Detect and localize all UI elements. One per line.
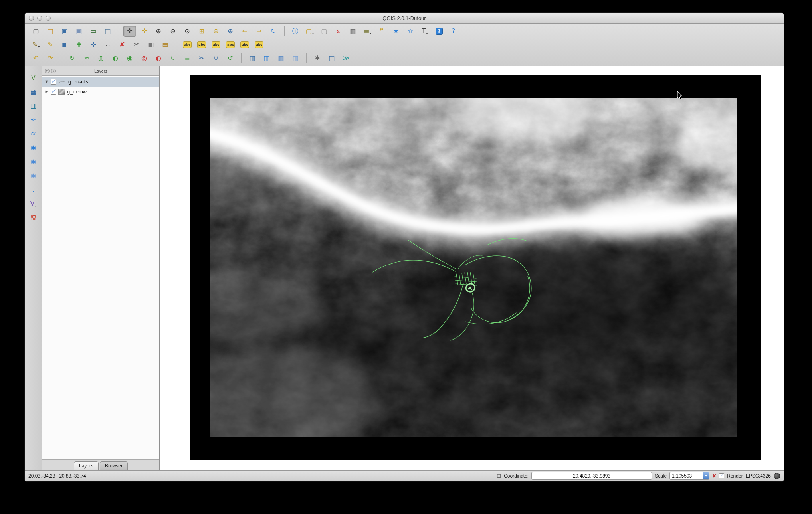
zoom-to-selection-button[interactable]: ⊕ (210, 26, 222, 37)
redo-button[interactable]: ↷ (44, 53, 57, 64)
open-attribute-table-button[interactable]: ▦ (347, 26, 359, 37)
field-calculator-button[interactable]: ε (332, 26, 345, 37)
full-histogram-stretch-button[interactable]: ▥ (260, 53, 273, 64)
layer-expander-icon[interactable]: ▼ (44, 80, 49, 83)
add-feature-button[interactable]: ✚ (73, 39, 85, 50)
new-shapefile-layer-dropdown-arrow[interactable]: ▾ (35, 204, 36, 210)
zoom-in-button[interactable]: ⊕ (152, 26, 165, 37)
save-layer-edits-button[interactable]: ▣ (58, 39, 71, 50)
move-label-button[interactable]: abc (224, 39, 237, 50)
scale-combo[interactable]: 1:105593 ▾ (669, 472, 709, 480)
simplify-feature-button[interactable]: ≈ (80, 53, 93, 64)
zoom-full-button[interactable]: ⊞ (195, 26, 208, 37)
merge-features-button[interactable]: ∪ (210, 53, 222, 64)
composer-manager-button[interactable]: ▤ (101, 26, 114, 37)
local-histogram-stretch-button[interactable]: ▥ (246, 53, 259, 64)
move-feature-button[interactable]: ✛ (87, 39, 100, 50)
tab-layers[interactable]: Layers (74, 461, 99, 470)
save-project-as-button[interactable]: ▣ (73, 26, 85, 37)
select-features-dropdown-arrow[interactable]: ▾ (312, 32, 314, 37)
tab-browser[interactable]: Browser (100, 461, 128, 470)
node-tool-button[interactable]: ∷ (101, 39, 114, 50)
reshape-features-button[interactable]: ∪ (166, 53, 179, 64)
delete-selected-button[interactable]: ✘ (116, 39, 129, 50)
layer-item-g_demw[interactable]: ▶✓g_demw (42, 87, 159, 97)
add-mssql-layer-button[interactable]: ≈ (27, 128, 40, 140)
python-console-button[interactable]: ≫ (340, 53, 353, 64)
current-edits-button[interactable]: ✎▾ (30, 39, 42, 50)
rotate-label-button[interactable]: abc (238, 39, 251, 50)
map-canvas[interactable] (160, 66, 784, 470)
minimize-button[interactable] (37, 16, 42, 21)
paste-features-button[interactable]: ▤ (159, 39, 172, 50)
copy-features-button[interactable]: ▣ (145, 39, 157, 50)
add-postgis-layer-button[interactable]: ▥ (27, 100, 40, 112)
tracking-icon[interactable]: ⊞ (497, 473, 501, 478)
cut-features-button[interactable]: ✂ (130, 39, 143, 50)
processing-toolbox-button[interactable]: ✱ (311, 53, 324, 64)
coordinate-input[interactable] (531, 472, 652, 480)
render-checkbox[interactable]: ✓ (719, 473, 724, 478)
new-shapefile-layer-button[interactable]: V▾ (27, 198, 40, 210)
zoom-last-button[interactable]: ← (238, 26, 251, 37)
zoom-button[interactable] (46, 16, 51, 21)
delete-part-button[interactable]: ◐ (152, 53, 165, 64)
rotate-point-symbols-button[interactable]: ↺ (224, 53, 237, 64)
add-spatialite-layer-button[interactable]: ✒ (27, 114, 40, 126)
refresh-map-button[interactable]: ↻ (267, 26, 280, 37)
pan-to-selection-button[interactable]: ✛ (138, 26, 151, 37)
save-project-button[interactable]: ▣ (58, 26, 71, 37)
help-contents-button[interactable]: ? (433, 26, 446, 37)
crs-status-button[interactable] (774, 473, 780, 479)
highlight-labels-button[interactable]: abc (210, 39, 222, 50)
open-project-button[interactable]: ▤ (44, 26, 57, 37)
deselect-features-button[interactable]: ▢ (318, 26, 331, 37)
add-raster-layer-button[interactable]: ▦ (27, 86, 40, 98)
layer-item-g_roads[interactable]: ▼✓g_roads (42, 77, 159, 87)
current-edits-dropdown-arrow[interactable]: ▾ (38, 45, 40, 50)
measure-button[interactable]: ▬▾ (361, 26, 374, 37)
split-features-button[interactable]: ✂ (195, 53, 208, 64)
delete-ring-button[interactable]: ◎ (138, 53, 151, 64)
undo-button[interactable]: ↶ (30, 53, 42, 64)
labeling-button[interactable]: abc (181, 39, 194, 50)
titlebar[interactable]: QGIS 2.0.1-Dufour (25, 13, 784, 24)
zoom-next-button[interactable]: → (253, 26, 265, 37)
add-wms-layer-button[interactable]: ◉ (27, 142, 40, 154)
pan-map-button[interactable]: ✛ (123, 26, 136, 37)
show-bookmarks-button[interactable]: ☆ (404, 26, 417, 37)
text-annotation-dropdown-arrow[interactable]: ▾ (426, 32, 428, 37)
local-cumulative-stretch-button[interactable]: ▥ (275, 53, 287, 64)
zoom-to-layer-button[interactable]: ⊕ (224, 26, 237, 37)
fill-ring-button[interactable]: ◉ (123, 53, 136, 64)
map-tips-button[interactable]: ❞ (375, 26, 388, 37)
close-button[interactable] (29, 16, 34, 21)
rotate-feature-button[interactable]: ↻ (66, 53, 79, 64)
add-part-button[interactable]: ◐ (109, 53, 122, 64)
layer-expander-icon[interactable]: ▶ (44, 90, 49, 93)
new-project-button[interactable]: ▢ (30, 26, 42, 37)
add-vector-layer-button[interactable]: V (27, 72, 40, 84)
measure-dropdown-arrow[interactable]: ▾ (370, 32, 371, 37)
pin-labels-button[interactable]: abc (195, 39, 208, 50)
layer-visibility-checkbox[interactable]: ✓ (51, 89, 56, 95)
scale-dropdown-arrow[interactable]: ▾ (703, 472, 709, 479)
add-wfs-layer-button[interactable]: ◉ (27, 170, 40, 182)
stop-rendering-button[interactable]: ✘ (712, 474, 716, 478)
offset-curve-button[interactable]: ≡ (181, 53, 194, 64)
identify-features-button[interactable]: ⓘ (289, 26, 302, 37)
toggle-editing-button[interactable]: ✎ (44, 39, 57, 50)
add-ring-button[interactable]: ◎ (95, 53, 107, 64)
new-bookmark-button[interactable]: ★ (390, 26, 402, 37)
whats-this-button[interactable]: ? (447, 26, 460, 37)
layer-visibility-checkbox[interactable]: ✓ (51, 79, 56, 85)
new-print-composer-button[interactable]: ▭ (87, 26, 100, 37)
text-annotation-button[interactable]: T▾ (418, 26, 431, 37)
add-oracle-layer-button[interactable]: ▧ (27, 212, 40, 223)
zoom-native-button[interactable]: ⊙ (181, 26, 194, 37)
add-wcs-layer-button[interactable]: ◉ (27, 156, 40, 168)
full-cumulative-stretch-button[interactable]: ▥ (289, 53, 302, 64)
log-messages-button[interactable]: ▤ (325, 53, 338, 64)
change-label-properties-button[interactable]: abc (253, 39, 265, 50)
add-delimited-text-layer-button[interactable]: , (27, 184, 40, 196)
